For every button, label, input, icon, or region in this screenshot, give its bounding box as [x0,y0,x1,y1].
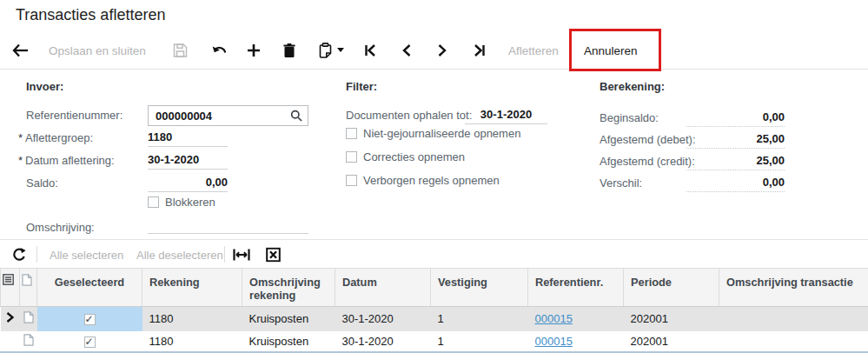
verborgen-regels-checkbox[interactable] [346,175,357,186]
required-marker: * [18,131,23,144]
undo-button[interactable] [211,44,228,57]
afgestemd-debet-label: Afgestemd (debet): [600,133,696,146]
refresh-button[interactable] [12,247,27,262]
required-marker: * [18,154,23,167]
table-row[interactable]: 1180 Kruisposten 30-1-2020 1 000015 2020… [1,331,868,352]
toolbar-separator [224,246,225,263]
afgestemd-debet-value: 25,00 [686,130,785,149]
page-title: Transacties afletteren [16,6,165,24]
next-record-button[interactable] [438,44,447,57]
add-icon [247,43,261,57]
add-button[interactable] [247,43,261,57]
blokkeren-checkbox-row[interactable]: Blokkeren [148,196,215,209]
geselecteerd-cell[interactable] [37,307,142,331]
referentienr-cell: 000015 [528,331,624,352]
column-header-referentienr[interactable]: Referentienr. [528,269,624,307]
referentienr-link[interactable]: 000015 [535,335,573,348]
row-checkbox[interactable] [84,314,96,325]
back-button[interactable] [12,43,30,57]
saldo-field: 0,00 [148,174,228,192]
main-toolbar: Opslaan en sluiten [0,31,868,70]
header-row: Geselecteerd Rekening Omschrijving reken… [1,269,868,307]
referentienummer-input[interactable]: 000000004 [148,105,308,126]
column-header-periode[interactable]: Periode [624,269,719,307]
title-bar: Transacties afletteren [0,0,868,31]
omschrijving-transactie-cell [719,331,868,352]
notes-column-header [20,269,37,307]
vestiging-cell: 1 [431,331,528,352]
filter-checkbox-row[interactable]: Correcties opnemen [346,150,465,163]
refresh-icon [12,247,27,262]
export-excel-button[interactable] [266,247,281,262]
save-close-button[interactable]: Opslaan en sluiten [49,43,146,57]
documenten-ophalen-field[interactable]: 30-1-2020 [465,106,547,124]
periode-cell: 202001 [624,307,719,331]
first-record-button[interactable] [364,44,376,57]
row-indicator-cell [1,331,20,352]
chevron-down-icon [337,48,344,52]
datum-aflettering-field[interactable]: 30-1-2020 [148,151,228,170]
niet-gejournaliseerde-checkbox[interactable] [346,128,357,139]
omschrijving-label: Omschrijving: [26,221,95,234]
filter-checkbox-row[interactable]: Niet-gejournaliseerde opnemen [346,127,520,140]
column-header-rekening[interactable]: Rekening [142,269,242,307]
saldo-label: Saldo: [26,176,58,190]
column-header-omschrijving-rekening[interactable]: Omschrijving rekening [242,269,335,307]
afgestemd-credit-label: Afgestemd (credit): [600,155,695,168]
column-header-omschrijving-transactie[interactable]: Omschrijving transactie [719,269,868,307]
datum-aflettering-label: *Datum aflettering: [18,154,115,167]
filter-heading: Filter: [346,80,377,93]
afletteren-button[interactable]: Afletteren [508,43,559,57]
select-all-button[interactable]: Alle selecteren [50,248,123,261]
save-button[interactable] [173,43,188,57]
omschrijving-field[interactable] [148,216,308,234]
filter-checkbox-label: Verborgen regels opnemen [363,174,500,187]
first-icon [364,44,376,57]
grid-settings-header[interactable] [1,269,20,307]
deselect-all-button[interactable]: Alle deselecteren [136,248,223,261]
table-row[interactable]: 1180 Kruisposten 30-1-2020 1 000015 2020… [1,307,868,331]
referentienr-link[interactable]: 000015 [535,312,573,325]
column-header-datum[interactable]: Datum [335,269,431,307]
referentienummer-label: Referentienummer: [26,109,123,122]
search-icon[interactable] [290,110,302,122]
delete-button[interactable] [283,43,295,57]
document-icon [23,336,34,349]
save-close-label: Opslaan en sluiten [49,43,146,57]
prev-record-button[interactable] [401,44,411,57]
verschil-label: Verschil: [600,176,642,190]
last-record-button[interactable] [474,44,486,57]
next-icon [438,44,447,57]
correcties-checkbox[interactable] [346,151,357,163]
form-area: Invoer: Referentienummer: 000000004 *Afl… [0,70,868,239]
fit-width-icon [233,248,250,261]
datum-cell: 30-1-2020 [335,307,431,331]
column-header-vestiging[interactable]: Vestiging [431,269,528,307]
note-cell[interactable] [20,331,37,352]
back-icon [12,43,30,57]
deselect-all-label: Alle deselecteren [136,248,223,261]
row-checkbox[interactable] [84,336,96,348]
blokkeren-checkbox[interactable] [148,196,159,208]
delete-icon [283,43,295,57]
aflettergroep-field[interactable]: 1180 [148,129,228,147]
geselecteerd-cell[interactable] [37,331,142,352]
note-cell[interactable] [20,307,37,331]
filter-checkbox-row[interactable]: Verborgen regels opnemen [346,174,500,187]
annuleren-button[interactable]: Annuleren [584,43,638,57]
vestiging-cell: 1 [431,307,528,331]
filter-checkbox-label: Correcties opnemen [363,150,465,163]
column-header-geselecteerd[interactable]: Geselecteerd [37,269,142,307]
export-excel-icon [266,247,281,262]
omschrijving-rekening-cell: Kruisposten [242,331,335,352]
document-icon [22,274,35,286]
clipboard-button[interactable] [319,43,344,58]
fit-width-button[interactable] [233,248,250,261]
row-arrow-icon [6,312,14,325]
save-icon [173,43,188,57]
afletteren-label: Afletteren [508,43,559,57]
referentienr-cell: 000015 [528,307,624,331]
rekening-cell: 1180 [142,307,242,331]
beginsaldo-label: Beginsaldo: [600,111,659,124]
beginsaldo-value: 0,00 [686,109,785,127]
